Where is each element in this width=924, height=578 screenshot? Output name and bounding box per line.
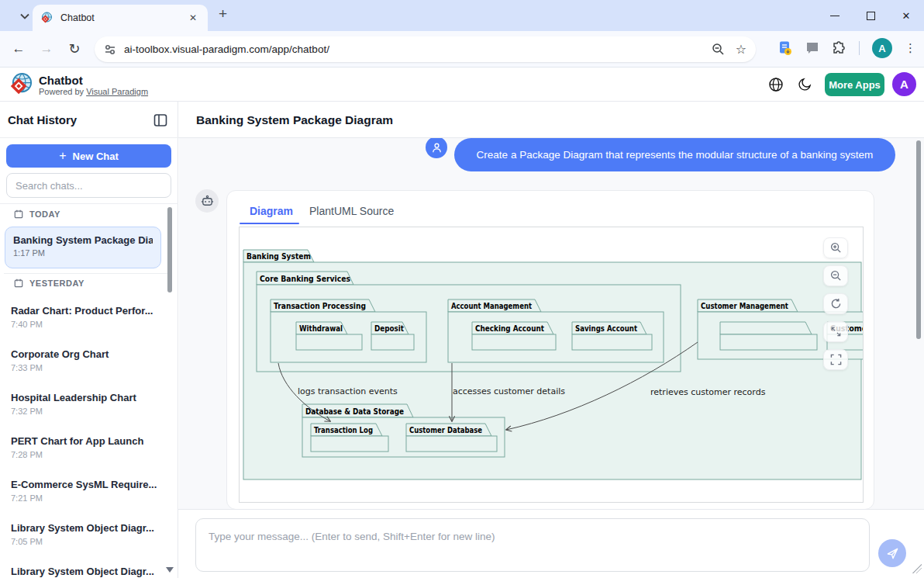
chat-item[interactable]: PERT Chart for App Launch 7:28 PM (11, 435, 158, 459)
send-button[interactable] (878, 539, 906, 567)
send-paper-plane-icon (886, 547, 899, 560)
dark-mode-moon-icon[interactable] (797, 77, 812, 92)
plus-icon: + (59, 149, 66, 163)
chat-item-selected[interactable]: Banking System Package Dia... 1:17 PM (5, 227, 161, 268)
user-message-avatar (426, 138, 447, 158)
url-bar[interactable]: ai-toolbox.visual-paradigm.com/app/chatb… (95, 36, 756, 62)
chat-item[interactable]: Hospital Leadership Chart 7:32 PM (11, 392, 158, 416)
calendar-icon (14, 209, 23, 219)
package-label: Savings Account (575, 324, 637, 333)
divider (0, 137, 178, 138)
main-scrollbar[interactable] (916, 140, 921, 339)
browser-tab[interactable]: Chatbot ✕ (33, 5, 208, 31)
divider (0, 203, 178, 204)
chat-item[interactable]: Library System Object Diagr... (11, 566, 158, 577)
chevron-down-icon (20, 13, 29, 19)
forward-button[interactable]: → (36, 39, 57, 59)
chat-item[interactable]: E-Commerce SysML Require... 7:21 PM (11, 479, 158, 503)
edge-label: logs transaction events (298, 386, 398, 396)
tab-diagram[interactable]: Diagram (250, 205, 293, 217)
site-settings-icon (104, 43, 116, 56)
resize-grip[interactable] (912, 564, 922, 573)
package-label: Customer Database (409, 426, 482, 434)
page-zoom-icon[interactable] (712, 43, 725, 56)
divider (4, 273, 169, 274)
window-maximize-button[interactable] (853, 0, 888, 31)
package-diagram: logs transaction events accesses custome… (240, 227, 863, 502)
chat-item[interactable]: Corporate Org Chart 7:33 PM (11, 348, 158, 372)
language-globe-icon[interactable] (768, 77, 784, 92)
package-label: Transaction Log (314, 426, 373, 434)
bot-response-card: Diagram PlantUML Source (226, 190, 874, 509)
back-button[interactable]: ← (9, 39, 29, 59)
user-avatar[interactable]: A (892, 72, 916, 96)
package-label: Checking Account (475, 324, 544, 333)
fullscreen-brackets-icon (830, 354, 842, 365)
visual-paradigm-logo (9, 72, 33, 96)
package-label: Customer Management (701, 302, 788, 310)
collapse-sidebar-icon[interactable] (153, 112, 168, 128)
sidebar-scrollbar[interactable] (167, 207, 172, 292)
person-icon (431, 142, 443, 154)
reading-list-icon[interactable] (777, 40, 793, 56)
message-input[interactable] (195, 518, 870, 572)
fit-to-screen-button[interactable] (823, 321, 848, 342)
zoom-in-button[interactable] (823, 237, 848, 258)
window-close-button[interactable]: ✕ (888, 0, 924, 31)
new-chat-button[interactable]: + New Chat (6, 144, 171, 168)
diagram-viewport[interactable]: logs transaction events accesses custome… (239, 227, 864, 503)
calendar-icon (14, 279, 23, 288)
favicon-visual-paradigm (40, 12, 53, 24)
chat-item[interactable]: Radar Chart: Product Perfor... 7:40 PM (11, 305, 158, 329)
browser-titlebar: Chatbot ✕ + ✕ (0, 0, 924, 31)
tab-close-icon[interactable]: ✕ (186, 11, 200, 25)
zoom-out-icon (830, 270, 842, 282)
group-label-yesterday: YESTERDAY (14, 279, 84, 288)
reset-view-button[interactable] (823, 293, 848, 314)
package-label: Core Banking Services (260, 275, 350, 283)
search-chats-input[interactable] (6, 173, 171, 198)
tab-plantuml-source[interactable]: PlantUML Source (309, 205, 394, 217)
user-message-bubble: Create a Package Diagram that represents… (454, 138, 895, 171)
conversation-title: Banking System Package Diagram (196, 113, 393, 127)
new-tab-button[interactable]: + (219, 5, 227, 22)
divider (178, 509, 924, 510)
package-label: Account Management (451, 302, 532, 310)
more-apps-button[interactable]: More Apps (825, 73, 884, 96)
maximize-icon (867, 12, 875, 20)
zoom-out-button[interactable] (823, 265, 848, 286)
app-title: Chatbot (39, 74, 83, 87)
group-label-today: TODAY (14, 209, 60, 219)
package-label: Database & Data Storage (305, 407, 404, 416)
browser-profile-avatar[interactable]: A (872, 38, 892, 58)
reload-button[interactable]: ↻ (64, 39, 84, 59)
package-label: Deposit (374, 324, 404, 333)
toolbar-separator (859, 41, 860, 55)
scroll-down-arrow-icon[interactable] (166, 567, 174, 573)
package-account-verification (720, 322, 817, 350)
browser-menu-button[interactable]: ⋮ (905, 41, 916, 55)
fullscreen-button[interactable] (823, 349, 848, 370)
sidebar-title: Chat History (8, 113, 77, 126)
bookmark-star-icon[interactable]: ☆ (736, 42, 746, 57)
extensions-icon[interactable] (832, 41, 846, 56)
chat-item[interactable]: Library System Object Diagr... 7:05 PM (11, 522, 158, 546)
edge-label: retrieves customer records (650, 387, 766, 397)
bot-avatar (195, 189, 219, 213)
package-label: Banking System (247, 252, 311, 261)
package-label: Withdrawal (299, 324, 343, 333)
visual-paradigm-link[interactable]: Visual Paradigm (86, 87, 148, 96)
expand-arrows-icon (830, 326, 842, 337)
zoom-in-icon (830, 242, 842, 254)
url-text: ai-toolbox.visual-paradigm.com/app/chatb… (124, 43, 712, 55)
app-header (0, 67, 924, 102)
chat-bubble-icon[interactable] (805, 41, 819, 55)
powered-by: Powered by Visual Paradigm (39, 87, 148, 96)
chat-messages-area: Create a Package Diagram that represents… (179, 138, 924, 509)
app-window: Chatbot ✕ + ✕ ← → ↻ ai-toolbox.visual-pa… (0, 0, 924, 578)
robot-icon (201, 195, 214, 208)
chat-history-sidebar: Chat History + New Chat TODAY Banking Sy… (0, 102, 178, 578)
tab-title: Chatbot (60, 12, 186, 23)
minimize-icon (830, 16, 840, 16)
window-minimize-button[interactable] (817, 0, 853, 31)
